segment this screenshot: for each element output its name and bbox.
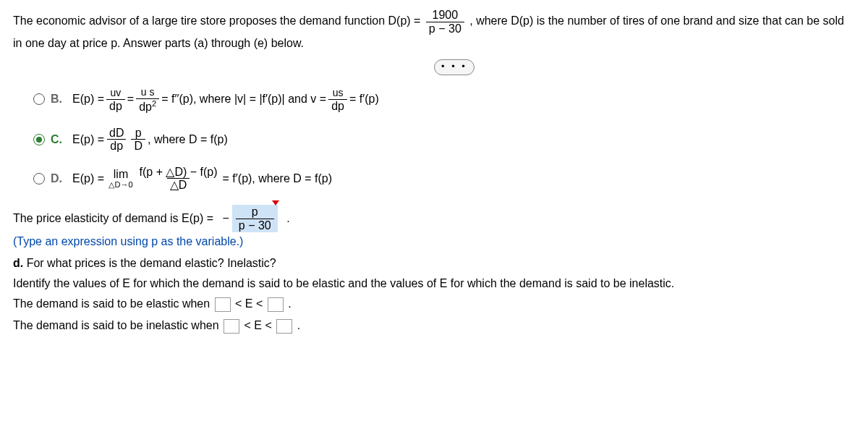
option-c-math: E(p) = dD dp p D , where D = f(p) bbox=[72, 127, 228, 153]
part-d-instruction: Identify the values of E for which the d… bbox=[13, 277, 855, 290]
answer-lead: The price elasticity of demand is E(p) = bbox=[13, 212, 213, 225]
elastic-fill-line: The demand is said to be elastic when < … bbox=[13, 297, 855, 312]
option-b-row: B. E(p) = uv dp = u s dp2 = f′′(p), wher… bbox=[33, 85, 855, 114]
dots-icon: • • • bbox=[441, 61, 467, 72]
inelastic-lower-input[interactable] bbox=[224, 319, 239, 334]
option-d-math: E(p) = lim △D→0 f(p + △D) − f(p) △D = f′… bbox=[72, 166, 332, 192]
option-b-radio[interactable] bbox=[33, 93, 45, 105]
part-d-label: d. bbox=[13, 257, 23, 269]
elastic-lt: < E < bbox=[235, 298, 263, 310]
option-d-radio[interactable] bbox=[33, 173, 45, 185]
elastic-lower-input[interactable] bbox=[215, 297, 231, 312]
question-stem: The economic advisor of a large tire sto… bbox=[13, 9, 855, 52]
option-c-label: C. bbox=[51, 133, 67, 146]
answer-hint: (Type an expression using p as the varia… bbox=[13, 235, 855, 248]
option-d-row: D. E(p) = lim △D→0 f(p + △D) − f(p) △D =… bbox=[33, 166, 855, 192]
elasticity-answer-line: The price elasticity of demand is E(p) =… bbox=[13, 205, 855, 232]
answer-period: . bbox=[286, 212, 289, 225]
option-c-radio[interactable] bbox=[33, 134, 45, 145]
inelastic-period: . bbox=[297, 320, 300, 332]
inelastic-upper-input[interactable] bbox=[276, 319, 292, 334]
option-b-label: B. bbox=[51, 93, 67, 106]
option-b-math: E(p) = uv dp = u s dp2 = f′′(p), where |… bbox=[72, 85, 379, 114]
answer-frac: p p − 30 bbox=[236, 205, 274, 232]
elastic-period: . bbox=[288, 298, 291, 310]
inelastic-pre: The demand is said to be inelastic when bbox=[13, 320, 219, 332]
inelastic-fill-line: The demand is said to be inelastic when … bbox=[13, 319, 855, 334]
stem-frac-num: 1900 bbox=[430, 9, 461, 22]
elastic-upper-input[interactable] bbox=[268, 297, 284, 312]
part-d-question: d. For what prices is the demand elastic… bbox=[13, 257, 855, 270]
part-d-text: For what prices is the demand elastic? I… bbox=[27, 257, 276, 269]
stem-frac-den: p − 30 bbox=[426, 22, 464, 35]
inelastic-lt: < E < bbox=[244, 320, 272, 332]
answer-minus: − bbox=[222, 212, 229, 225]
elastic-pre: The demand is said to be elastic when bbox=[13, 298, 210, 310]
stem-fraction: 1900 p − 30 bbox=[426, 9, 464, 35]
option-c-row: C. E(p) = dD dp p D , where D = f(p) bbox=[33, 127, 855, 153]
stem-text-1: The economic advisor of a large tire sto… bbox=[13, 14, 420, 27]
option-d-label: D. bbox=[51, 172, 67, 185]
expand-dots-button[interactable]: • • • bbox=[434, 59, 475, 75]
cursor-caret-icon bbox=[272, 200, 279, 205]
answer-highlight[interactable]: p p − 30 bbox=[232, 205, 278, 232]
options-group: B. E(p) = uv dp = u s dp2 = f′′(p), wher… bbox=[33, 85, 855, 192]
